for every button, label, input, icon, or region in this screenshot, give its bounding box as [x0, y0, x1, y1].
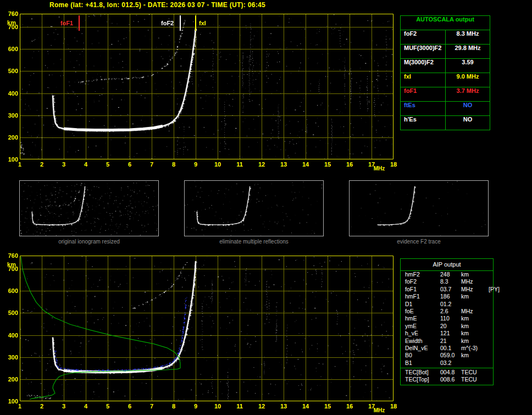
y-tick-label: 400	[1, 90, 18, 97]
aip-name: foF2	[405, 278, 440, 285]
autoscala-row-label: M(3000)F2	[401, 59, 446, 73]
x-tick-label: 18	[389, 403, 398, 410]
x-tick-label: 10	[213, 403, 223, 410]
y-tick-label: 760	[1, 252, 18, 259]
marker-label-foF1: foF1	[60, 20, 73, 26]
aip-val: 110	[440, 315, 461, 322]
aip-extra	[476, 330, 493, 337]
aip-output-panel: AIP output hmF2248kmfoF28.3MHzfoF103.7MH…	[400, 258, 494, 385]
x-tick-label: 13	[279, 161, 289, 168]
x-tick-label: 15	[323, 161, 332, 168]
aip-name: foF1	[405, 286, 440, 293]
x-tick-label: 12	[257, 161, 267, 168]
autoscala-row-ftEs: ftEsNO	[401, 102, 490, 116]
autoscala-row-label: foF2	[401, 30, 446, 44]
aip-unit: km	[461, 352, 476, 359]
x-axis-unit: MHz	[372, 165, 387, 171]
aip-unit: km	[461, 315, 476, 322]
aip-row-foF1: foF103.7MHz[PY]	[401, 286, 493, 293]
aip-name: DelN_vE	[405, 345, 440, 352]
aip-name: B0	[405, 352, 440, 359]
aip-extra	[476, 308, 493, 315]
aip-val: 059.0	[440, 352, 461, 359]
aip-row-TEC[Top]: TEC[Top]008.6TECU	[401, 376, 493, 383]
x-tick-label: 11	[235, 161, 245, 168]
autoscala-row-h'Es: h'EsNO	[401, 116, 490, 130]
autoscala-row-value: 3.7 MHz	[446, 87, 490, 101]
autoscala-row-label: ftEs	[401, 102, 446, 115]
aip-row-hmF1: hmF1186km	[401, 293, 493, 300]
aip-unit	[461, 359, 476, 367]
autoscala-row-foF1: foF13.7 MHz	[401, 87, 490, 102]
aip-val: 00.1	[440, 345, 461, 352]
thumbnail-original-ionogram	[19, 180, 159, 236]
aip-extra	[476, 315, 493, 322]
aip-row-hmE: hmE110km	[401, 315, 493, 322]
y-tick-label: 400	[1, 332, 18, 339]
autoscala-row-value: 8.3 MHz	[446, 30, 490, 44]
aip-row-D1: D101.2	[401, 301, 493, 308]
aip-name: TEC[Bot]	[405, 369, 440, 376]
aip-val: 186	[440, 293, 461, 300]
thumbnail-caption: evidence F2 trace	[349, 239, 489, 245]
autoscala-output-table: AUTOSCALA output foF28.3 MHzMUF(3000)F22…	[400, 15, 490, 130]
x-tick-label: 14	[301, 161, 311, 168]
y-tick-label: 500	[1, 68, 18, 74]
autoscala-row-value: 29.8 MHz	[446, 45, 490, 58]
autoscala-row-label: MUF(3000)F2	[401, 45, 446, 58]
x-tick-label: 7	[147, 161, 157, 168]
x-axis-unit: MHz	[372, 407, 387, 413]
aip-extra	[476, 293, 493, 300]
autoscala-table-title: AUTOSCALA output	[401, 16, 490, 30]
aip-name: B1	[405, 359, 440, 367]
y-tick-label: 300	[1, 112, 18, 119]
aip-val: 03.7	[440, 286, 461, 293]
y-tick-label: 500	[1, 309, 18, 316]
marker-label-foF2: foF2	[161, 20, 174, 26]
y-tick-label: 600	[1, 287, 18, 294]
aip-extra: [PY]	[476, 286, 500, 293]
aip-extra	[476, 323, 493, 330]
x-tick-label: 2	[37, 161, 47, 168]
x-tick-label: 9	[191, 403, 201, 410]
aip-rows: hmF2248kmfoF28.3MHzfoF103.7MHz[PY]hmF118…	[401, 271, 493, 367]
aip-val: 20	[440, 323, 461, 330]
x-tick-label: 4	[81, 161, 91, 168]
aip-unit	[461, 301, 476, 308]
y-tick-label: 200	[1, 134, 18, 141]
y-axis-unit: km	[1, 261, 16, 268]
aip-extra	[476, 337, 493, 345]
aip-unit: TECU	[461, 376, 476, 383]
aip-name: hmF1	[405, 293, 440, 300]
aip-extra	[476, 345, 493, 352]
aip-name: TEC[Top]	[405, 376, 440, 383]
x-tick-label: 18	[389, 161, 398, 168]
top-ionogram-canvas	[20, 14, 394, 159]
x-tick-label: 16	[345, 403, 354, 410]
autoscala-row-value: 3.59	[446, 59, 490, 73]
autoscala-row-value: NO	[446, 116, 490, 130]
autoscala-row-foF2: foF28.3 MHz	[401, 30, 490, 45]
aip-unit: MHz	[461, 308, 476, 315]
thumbnail-caption: eliminate multiple reflections	[184, 239, 324, 245]
autoscala-row-label: foF1	[401, 87, 446, 101]
aip-row-Ewidth: Ewidth21km	[401, 337, 493, 345]
aip-unit: km	[461, 293, 476, 300]
aip-extra	[476, 376, 493, 383]
aip-name: Ewidth	[405, 337, 440, 345]
aip-extra	[476, 352, 493, 359]
aip-unit: km	[461, 271, 476, 278]
autoscala-row-MUF(3000)F2: MUF(3000)F229.8 MHz	[401, 45, 490, 59]
x-tick-label: 13	[279, 403, 289, 410]
aip-extra	[476, 278, 493, 285]
window-title: Rome (lat: +41.8, lon: 012.5) - DATE: 20…	[49, 1, 265, 9]
aip-name: ymE	[405, 323, 440, 330]
autoscala-row-fxI: fxI9.0 MHz	[401, 73, 490, 87]
x-tick-label: 16	[345, 161, 354, 168]
aip-val: 8.3	[440, 278, 461, 285]
x-tick-label: 11	[235, 403, 245, 410]
y-tick-label: 200	[1, 376, 18, 383]
x-tick-label: 2	[37, 403, 47, 410]
bottom-ionogram-canvas	[20, 256, 394, 401]
aip-val: 21	[440, 337, 461, 345]
